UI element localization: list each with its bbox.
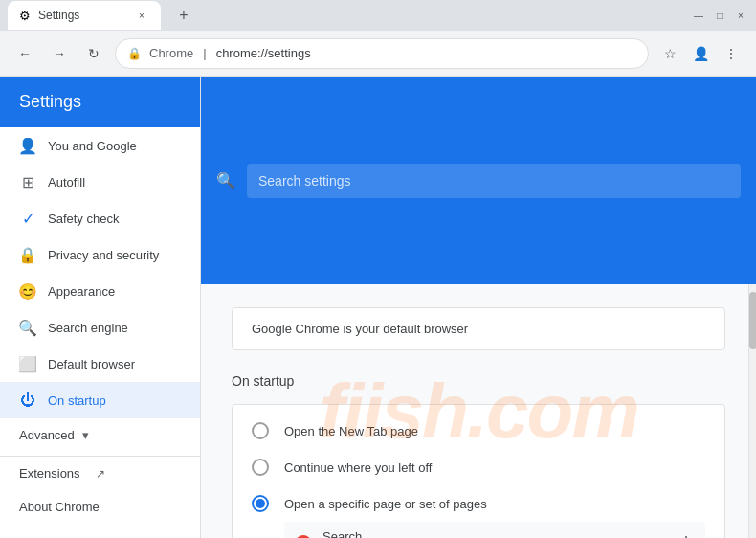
sidebar-item-autofill[interactable]: ⊞ Autofill bbox=[0, 164, 200, 200]
back-button[interactable]: ← bbox=[11, 40, 38, 67]
settings-search-bar: 🔍 bbox=[201, 77, 756, 284]
sidebar-item-about-chrome[interactable]: About Chrome bbox=[0, 490, 200, 524]
sidebar-title: Settings bbox=[19, 92, 81, 111]
sidebar-item-label: Default browser bbox=[48, 357, 135, 371]
secure-icon: 🔒 bbox=[127, 47, 142, 60]
startup-page-entry: Search http://searches.network/ ⋮ bbox=[284, 522, 705, 538]
profile-button[interactable]: 👤 bbox=[687, 40, 714, 67]
active-tab[interactable]: ⚙ Settings × bbox=[8, 1, 161, 30]
address-breadcrumb: Chrome bbox=[149, 46, 193, 60]
sidebar-item-label: Safety check bbox=[48, 212, 119, 226]
new-tab-button[interactable]: + bbox=[170, 2, 197, 29]
sidebar-item-label: Autofill bbox=[48, 175, 85, 190]
sidebar-item-on-startup[interactable]: ⏻ On startup bbox=[0, 382, 200, 418]
startup-options-container: Open the New Tab page Continue where you… bbox=[232, 404, 725, 538]
startup-option-continue[interactable]: Continue where you left off bbox=[233, 449, 724, 485]
person-icon: 👤 bbox=[19, 137, 36, 154]
lock-icon: 🔒 bbox=[19, 246, 36, 263]
radio-continue[interactable] bbox=[252, 459, 269, 476]
advanced-arrow-icon: ▾ bbox=[82, 428, 89, 442]
minimize-button[interactable]: — bbox=[691, 8, 706, 23]
sidebar-item-search-engine[interactable]: 🔍 Search engine bbox=[0, 309, 200, 346]
section-title-on-startup: On startup bbox=[232, 373, 725, 389]
scrollbar-track[interactable] bbox=[748, 284, 756, 538]
tab-favicon: ⚙ bbox=[19, 9, 33, 22]
sidebar-item-label: Appearance bbox=[48, 284, 115, 299]
advanced-label: Advanced bbox=[19, 428, 75, 442]
startup-option-1-label: Open the New Tab page bbox=[284, 424, 418, 438]
menu-button[interactable]: ⋮ bbox=[718, 40, 745, 67]
default-browser-banner: Google Chrome is your default browser bbox=[232, 307, 725, 350]
settings-page: Settings 👤 You and Google ⊞ Autofill ✓ S… bbox=[0, 77, 756, 538]
address-bar[interactable]: 🔒 Chrome | chrome://settings bbox=[115, 38, 649, 69]
power-icon: ⏻ bbox=[19, 392, 36, 409]
shield-icon: ✓ bbox=[19, 210, 36, 227]
external-link-icon: ↗ bbox=[96, 467, 105, 481]
startup-option-new-tab[interactable]: Open the New Tab page bbox=[233, 413, 724, 449]
tab-title: Settings bbox=[38, 9, 128, 22]
entry-menu-button[interactable]: ⋮ bbox=[678, 533, 694, 538]
forward-button[interactable]: → bbox=[46, 40, 73, 67]
tab-close-button[interactable]: × bbox=[134, 8, 149, 23]
bookmark-button[interactable]: ☆ bbox=[656, 40, 683, 67]
radio-specific[interactable] bbox=[252, 495, 269, 512]
sidebar-item-label: On startup bbox=[48, 393, 106, 408]
window-controls: — □ × bbox=[691, 8, 748, 23]
title-bar: ⚙ Settings × + — □ × bbox=[0, 0, 756, 31]
startup-option-2-label: Continue where you left off bbox=[284, 460, 432, 475]
autofill-icon: ⊞ bbox=[19, 173, 36, 191]
maximize-button[interactable]: □ bbox=[712, 8, 727, 23]
appearance-icon: 😊 bbox=[19, 282, 36, 300]
radio-new-tab[interactable] bbox=[252, 422, 269, 439]
sidebar-item-label: You and Google bbox=[48, 139, 137, 153]
sidebar-item-privacy[interactable]: 🔒 Privacy and security bbox=[0, 236, 200, 273]
about-label: About Chrome bbox=[19, 500, 100, 514]
browser-frame: ⚙ Settings × + — □ × ← → ↻ 🔒 Chrome | ch… bbox=[0, 0, 756, 538]
search-icon: 🔍 bbox=[19, 319, 36, 336]
omnibar: ← → ↻ 🔒 Chrome | chrome://settings ☆ 👤 ⋮ bbox=[0, 31, 756, 77]
sidebar-advanced-toggle[interactable]: Advanced ▾ bbox=[0, 418, 200, 452]
startup-option-specific[interactable]: Open a specific page or set of pages bbox=[233, 485, 724, 522]
scrollbar-thumb[interactable] bbox=[749, 292, 756, 349]
refresh-button[interactable]: ↻ bbox=[80, 40, 107, 67]
sidebar-item-extensions[interactable]: Extensions ↗ bbox=[0, 456, 200, 490]
entry-page-name: Search bbox=[322, 529, 667, 538]
sidebar-item-appearance[interactable]: 😊 Appearance bbox=[0, 273, 200, 309]
startup-option-3-label: Open a specific page or set of pages bbox=[284, 497, 487, 511]
settings-search-input[interactable] bbox=[247, 164, 741, 198]
sidebar-item-label: Privacy and security bbox=[48, 248, 159, 262]
sidebar-item-you-and-google[interactable]: 👤 You and Google bbox=[0, 127, 200, 164]
address-separator: | bbox=[203, 46, 206, 60]
extensions-label: Extensions bbox=[19, 466, 80, 481]
search-icon-white: 🔍 bbox=[216, 171, 235, 190]
sidebar-item-default-browser[interactable]: ⬜ Default browser bbox=[0, 346, 200, 382]
sidebar-item-label: Search engine bbox=[48, 321, 128, 335]
default-browser-text: Google Chrome is your default browser bbox=[252, 322, 468, 336]
sidebar: Settings 👤 You and Google ⊞ Autofill ✓ S… bbox=[0, 77, 201, 538]
browser-icon: ⬜ bbox=[19, 355, 36, 372]
close-button[interactable]: × bbox=[733, 8, 748, 23]
toolbar-icons: ☆ 👤 ⋮ bbox=[656, 40, 745, 67]
sidebar-item-safety-check[interactable]: ✓ Safety check bbox=[0, 200, 200, 236]
address-url: chrome://settings bbox=[216, 46, 636, 60]
entry-info: Search http://searches.network/ bbox=[322, 529, 667, 538]
main-content: fiish.com Google Chrome is your default … bbox=[201, 284, 756, 538]
sidebar-header: Settings bbox=[0, 77, 200, 127]
entry-remove-icon[interactable] bbox=[296, 535, 311, 539]
